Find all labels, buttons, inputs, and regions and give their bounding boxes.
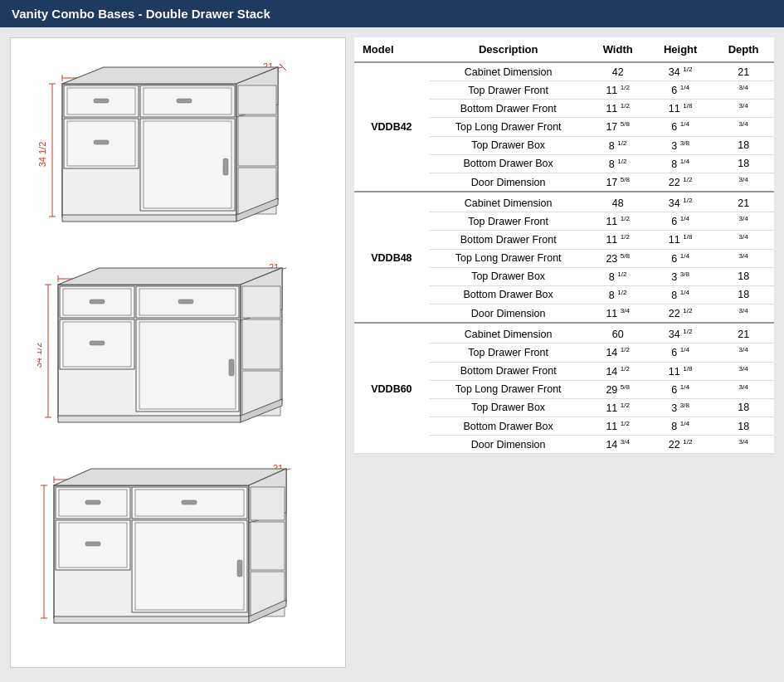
svg-rect-60 [242, 319, 280, 369]
diagram-panel: 42 21 34 1/2 [10, 37, 346, 668]
width-cell: 17 5/8 [587, 173, 648, 192]
description-cell: Bottom Drawer Front [429, 100, 588, 118]
width-cell: 14 1/2 [587, 343, 648, 362]
depth-cell: 3/4 [713, 436, 774, 454]
description-cell: Bottom Drawer Front [429, 231, 588, 249]
width-cell: 42 [587, 62, 648, 81]
svg-text:34 1/2: 34 1/2 [37, 342, 43, 368]
height-cell: 34 1/2 [648, 192, 713, 212]
height-cell: 3 3/8 [648, 267, 713, 285]
depth-cell: 18 [713, 136, 774, 154]
width-cell: 11 3/4 [587, 304, 648, 324]
description-cell: Top Drawer Box [429, 136, 588, 154]
svg-rect-28 [238, 85, 276, 114]
height-cell: 8 1/4 [648, 417, 713, 435]
svg-text:34 1/2: 34 1/2 [37, 543, 39, 568]
description-cell: Top Drawer Front [429, 81, 588, 100]
svg-rect-82 [85, 542, 100, 546]
depth-cell: 18 [713, 417, 774, 435]
svg-rect-90 [251, 487, 285, 520]
diagram-48: 48 21 34 1/2 [19, 264, 337, 442]
description-cell: Bottom Drawer Box [429, 285, 588, 304]
height-cell: 8 1/4 [648, 285, 713, 304]
svg-rect-48 [90, 300, 105, 304]
col-depth: Depth [713, 37, 774, 62]
description-cell: Bottom Drawer Front [429, 362, 588, 380]
width-cell: 23 5/8 [587, 249, 648, 267]
description-cell: Bottom Drawer Box [429, 154, 588, 173]
svg-rect-54 [178, 300, 193, 304]
description-cell: Top Long Drawer Front [429, 380, 588, 398]
svg-rect-55 [136, 319, 239, 412]
height-cell: 6 1/4 [648, 212, 713, 231]
svg-rect-93 [54, 616, 249, 623]
width-cell: 11 1/2 [587, 81, 648, 100]
svg-rect-79 [85, 500, 100, 504]
svg-rect-91 [251, 522, 285, 570]
svg-marker-75 [54, 469, 286, 485]
cabinet-svg-48: 48 21 34 1/2 [37, 264, 319, 442]
model-cell: VDDB42 [354, 62, 429, 192]
description-cell: Top Drawer Box [429, 267, 588, 285]
height-cell: 3 3/8 [648, 398, 713, 417]
description-cell: Top Long Drawer Front [429, 249, 588, 267]
page-container: Vanity Combo Bases - Double Drawer Stack… [0, 0, 784, 682]
depth-cell: 18 [713, 398, 774, 417]
diagram-42: 42 21 34 1/2 [19, 63, 337, 241]
svg-rect-29 [238, 116, 276, 166]
svg-rect-51 [90, 341, 105, 345]
depth-cell: 21 [713, 192, 774, 212]
depth-cell: 3/4 [713, 362, 774, 380]
height-cell: 22 1/2 [648, 436, 713, 454]
model-cell: VDDB48 [354, 192, 429, 323]
description-cell: Top Drawer Front [429, 212, 588, 231]
description-cell: Door Dimension [429, 304, 588, 324]
height-cell: 22 1/2 [648, 304, 713, 324]
svg-rect-17 [94, 99, 109, 103]
svg-rect-26 [223, 158, 228, 175]
description-cell: Door Dimension [429, 173, 588, 192]
content-area: 42 21 34 1/2 [0, 27, 784, 678]
height-cell: 34 1/2 [648, 323, 713, 343]
depth-cell: 3/4 [713, 173, 774, 192]
width-cell: 8 1/2 [587, 154, 648, 173]
svg-rect-31 [62, 215, 236, 222]
svg-rect-24 [140, 119, 235, 211]
col-height: Height [648, 37, 713, 62]
height-cell: 11 1/8 [648, 100, 713, 118]
width-cell: 8 1/2 [587, 285, 648, 304]
width-cell: 11 1/2 [587, 398, 648, 417]
col-description: Description [429, 37, 588, 62]
col-model: Model [354, 37, 429, 62]
width-cell: 11 1/2 [587, 231, 648, 249]
depth-cell: 3/4 [713, 231, 774, 249]
depth-cell: 3/4 [713, 100, 774, 118]
description-cell: Top Drawer Front [429, 343, 588, 362]
page-header: Vanity Combo Bases - Double Drawer Stack [0, 0, 784, 27]
depth-cell: 18 [713, 285, 774, 304]
description-cell: Top Drawer Box [429, 398, 588, 417]
cabinet-svg-42: 42 21 34 1/2 [37, 63, 319, 241]
svg-rect-59 [242, 286, 280, 318]
diagram-60: 60 21 34 1/2 [19, 465, 337, 643]
width-cell: 29 5/8 [587, 380, 648, 398]
height-cell: 6 1/4 [648, 249, 713, 267]
svg-rect-85 [182, 500, 197, 504]
svg-rect-57 [229, 359, 234, 376]
width-cell: 8 1/2 [587, 136, 648, 154]
depth-cell: 3/4 [713, 343, 774, 362]
width-cell: 8 1/2 [587, 267, 648, 285]
svg-rect-20 [94, 140, 109, 144]
depth-cell: 3/4 [713, 118, 774, 136]
description-cell: Top Long Drawer Front [429, 118, 588, 136]
depth-cell: 3/4 [713, 212, 774, 231]
depth-cell: 3/4 [713, 304, 774, 324]
svg-rect-62 [58, 416, 241, 422]
height-cell: 6 1/4 [648, 118, 713, 136]
depth-cell: 18 [713, 267, 774, 285]
depth-cell: 3/4 [713, 249, 774, 267]
width-cell: 11 1/2 [587, 100, 648, 118]
description-cell: Cabinet Dimension [429, 62, 588, 81]
cabinet-svg-60: 60 21 34 1/2 [37, 465, 319, 643]
height-cell: 8 1/4 [648, 154, 713, 173]
